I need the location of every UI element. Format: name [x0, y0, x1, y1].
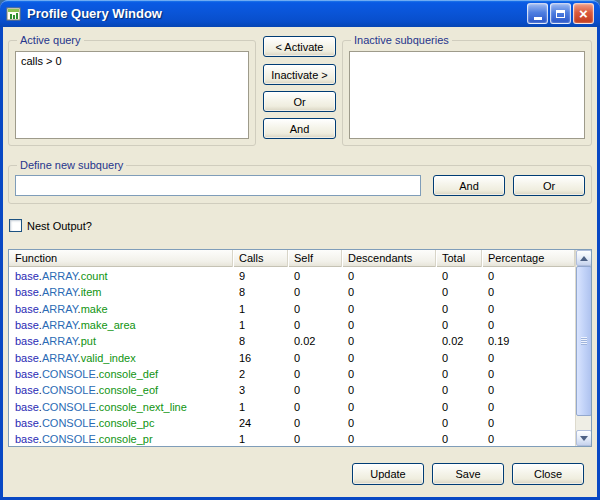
subquery-and-button[interactable]: And — [433, 175, 505, 196]
table-scrollbar[interactable] — [575, 250, 591, 446]
cell-percentage: 0 — [482, 319, 575, 331]
dialog-content: Active query calls > 0 < Activate Inacti… — [3, 27, 597, 497]
table-row[interactable]: base.ARRAY.item80000 — [9, 284, 575, 300]
column-header-function[interactable]: Function — [9, 250, 233, 267]
query-item[interactable]: calls > 0 — [16, 52, 248, 68]
minimize-button[interactable] — [527, 3, 548, 24]
cell-total: 0 — [436, 270, 482, 282]
save-button[interactable]: Save — [432, 463, 504, 485]
inactive-subqueries-group: Inactive subqueries — [342, 40, 592, 146]
scroll-up-icon — [580, 256, 588, 261]
cell-calls: 8 — [233, 335, 288, 347]
table-row[interactable]: base.ARRAY.make10000 — [9, 301, 575, 317]
active-query-label: Active query — [17, 34, 84, 47]
inactivate-button[interactable]: Inactivate > — [263, 64, 336, 85]
cell-total: 0 — [436, 433, 482, 445]
cell-self: 0 — [288, 270, 342, 282]
table-header: FunctionCallsSelfDescendantsTotalPercent… — [9, 250, 575, 267]
cell-percentage: 0 — [482, 352, 575, 364]
cell-self: 0 — [288, 433, 342, 445]
nest-output-checkbox[interactable] — [9, 219, 22, 232]
cell-total: 0 — [436, 384, 482, 396]
function-cell: base.ARRAY.valid_index — [9, 352, 233, 364]
cell-percentage: 0 — [482, 270, 575, 282]
close-button[interactable]: × — [573, 3, 594, 24]
cell-total: 0 — [436, 401, 482, 413]
or-combine-button[interactable]: Or — [263, 91, 336, 112]
cell-calls: 16 — [233, 352, 288, 364]
function-cell: base.CONSOLE.console_pr — [9, 433, 233, 445]
titlebar[interactable]: Profile Query Window × — [0, 0, 600, 27]
cell-total: 0 — [436, 368, 482, 380]
cell-total: 0 — [436, 303, 482, 315]
define-subquery-label: Define new subquery — [17, 159, 126, 172]
table-row[interactable]: base.ARRAY.make_area10000 — [9, 317, 575, 333]
cell-descendants: 0 — [342, 352, 436, 364]
maximize-button[interactable] — [550, 3, 571, 24]
cell-percentage: 0 — [482, 384, 575, 396]
cell-descendants: 0 — [342, 384, 436, 396]
inactive-subqueries-list[interactable] — [349, 51, 585, 139]
cell-self: 0 — [288, 417, 342, 429]
cell-percentage: 0 — [482, 286, 575, 298]
function-cell: base.ARRAY.item — [9, 286, 233, 298]
scroll-down-icon — [580, 436, 588, 441]
active-query-group: Active query calls > 0 — [8, 40, 256, 146]
cell-percentage: 0 — [482, 433, 575, 445]
cell-self: 0 — [288, 401, 342, 413]
table-row[interactable]: base.CONSOLE.console_pr10000 — [9, 431, 575, 446]
table-row[interactable]: base.CONSOLE.console_next_line10000 — [9, 398, 575, 414]
cell-descendants: 0 — [342, 303, 436, 315]
cell-descendants: 0 — [342, 417, 436, 429]
column-header-self[interactable]: Self — [288, 250, 342, 267]
cell-self: 0 — [288, 286, 342, 298]
function-cell: base.CONSOLE.console_def — [9, 368, 233, 380]
cell-percentage: 0 — [482, 401, 575, 413]
update-button[interactable]: Update — [352, 463, 424, 485]
close-dialog-button[interactable]: Close — [512, 463, 584, 485]
function-cell: base.CONSOLE.console_eof — [9, 384, 233, 396]
cell-total: 0 — [436, 319, 482, 331]
column-header-calls[interactable]: Calls — [233, 250, 288, 267]
profile-table: FunctionCallsSelfDescendantsTotalPercent… — [8, 249, 592, 447]
function-cell: base.ARRAY.make_area — [9, 319, 233, 331]
subquery-input[interactable] — [15, 175, 421, 196]
column-header-descendants[interactable]: Descendants — [342, 250, 436, 267]
scroll-thumb[interactable] — [576, 266, 592, 416]
cell-percentage: 0 — [482, 368, 575, 380]
nest-output-row: Nest Output? — [9, 219, 92, 232]
function-cell: base.ARRAY.make — [9, 303, 233, 315]
cell-descendants: 0 — [342, 433, 436, 445]
subquery-or-button[interactable]: Or — [513, 175, 585, 196]
column-header-total[interactable]: Total — [436, 250, 482, 267]
column-header-percentage[interactable]: Percentage — [482, 250, 575, 267]
scroll-down-button[interactable] — [576, 430, 592, 446]
table-row[interactable]: base.CONSOLE.console_eof30000 — [9, 382, 575, 398]
cell-descendants: 0 — [342, 286, 436, 298]
nest-output-label: Nest Output? — [27, 220, 92, 232]
cell-calls: 1 — [233, 433, 288, 445]
table-row[interactable]: base.ARRAY.count90000 — [9, 268, 575, 284]
table-row[interactable]: base.CONSOLE.console_pc240000 — [9, 415, 575, 431]
inactive-subqueries-label: Inactive subqueries — [351, 34, 452, 47]
activate-button[interactable]: < Activate — [263, 36, 336, 57]
cell-calls: 3 — [233, 384, 288, 396]
and-combine-button[interactable]: And — [263, 118, 336, 139]
cell-calls: 1 — [233, 303, 288, 315]
table-row[interactable]: base.CONSOLE.console_def20000 — [9, 366, 575, 382]
active-query-list[interactable]: calls > 0 — [15, 51, 249, 139]
window-title: Profile Query Window — [27, 6, 525, 21]
cell-calls: 24 — [233, 417, 288, 429]
table-row[interactable]: base.ARRAY.valid_index160000 — [9, 349, 575, 365]
app-icon — [6, 6, 22, 22]
table-row[interactable]: base.ARRAY.put80.0200.020.19 — [9, 333, 575, 349]
cell-percentage: 0.19 — [482, 335, 575, 347]
cell-calls: 2 — [233, 368, 288, 380]
function-cell: base.CONSOLE.console_next_line — [9, 401, 233, 413]
table-body: base.ARRAY.count90000base.ARRAY.item8000… — [9, 268, 575, 446]
minimize-icon — [534, 17, 542, 20]
scroll-up-button[interactable] — [576, 250, 592, 266]
cell-calls: 1 — [233, 401, 288, 413]
cell-descendants: 0 — [342, 368, 436, 380]
maximize-icon — [556, 10, 565, 18]
